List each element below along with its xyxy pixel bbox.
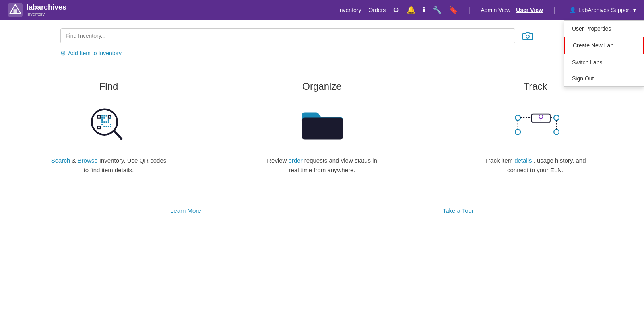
orders-nav-link[interactable]: Orders (368, 7, 386, 13)
svg-rect-28 (110, 126, 111, 127)
track-details-link[interactable]: details (514, 157, 532, 164)
feature-find: Find (2, 73, 215, 183)
bookmark-icon[interactable]: 🔖 (449, 6, 458, 14)
track-desc: Track item details , usage history, and … (475, 156, 596, 175)
search-input[interactable] (60, 28, 515, 43)
wrench-icon[interactable]: 🔧 (433, 6, 442, 14)
svg-rect-15 (103, 117, 105, 119)
take-tour-link[interactable]: Take a Tour (443, 207, 474, 214)
nav-divider-2: | (553, 6, 555, 15)
bottom-links: Learn More Take a Tour (0, 191, 644, 222)
brand-name: labarchives (27, 4, 66, 12)
organize-desc: Review order requests and view status in… (262, 156, 382, 175)
add-item-label: Add Item to Inventory (68, 50, 122, 56)
svg-rect-26 (108, 126, 109, 127)
brand-sub: Inventory (27, 12, 66, 16)
navbar: labarchives Inventory Inventory Orders ⚙… (0, 0, 644, 20)
svg-rect-25 (106, 126, 107, 127)
user-view-link[interactable]: User View (516, 7, 543, 13)
svg-rect-13 (106, 115, 107, 116)
admin-view-link[interactable]: Admin View (481, 7, 510, 13)
organize-text1: Review (267, 157, 288, 164)
info-icon[interactable]: ℹ (423, 6, 425, 14)
nav-view-links: Admin View User View (481, 7, 543, 13)
svg-point-30 (515, 115, 520, 120)
camera-button[interactable] (520, 28, 535, 43)
svg-rect-19 (101, 121, 103, 123)
feature-organize: Organize Review order requests and view … (215, 73, 429, 183)
brand-logo-area[interactable]: labarchives Inventory (8, 3, 66, 17)
nav-divider: | (468, 6, 470, 15)
track-text1: Track item (485, 157, 515, 164)
organize-icon (298, 104, 346, 144)
find-title: Find (99, 81, 118, 92)
bell-icon[interactable]: 🔔 (407, 6, 415, 14)
add-item-link[interactable]: ⊕ Add Item to Inventory (60, 49, 644, 57)
find-icon-area (85, 104, 133, 144)
find-desc: Search & Browse Inventory. Use QR codes … (48, 156, 169, 175)
svg-rect-10 (98, 127, 100, 128)
svg-point-36 (554, 115, 559, 120)
learn-more-link[interactable]: Learn More (170, 207, 201, 214)
add-item-container: ⊕ Add Item to Inventory (0, 49, 644, 57)
camera-icon (522, 31, 533, 40)
svg-line-29 (114, 131, 122, 139)
inventory-nav-link[interactable]: Inventory (338, 7, 361, 13)
organize-order-link[interactable]: order (289, 157, 303, 164)
user-icon: 👤 (569, 7, 576, 13)
user-menu-button[interactable]: 👤 LabArchives Support ▾ (569, 7, 636, 13)
svg-rect-23 (101, 124, 103, 125)
search-container (0, 20, 644, 47)
main-content: Find (0, 57, 644, 191)
dropdown-switch-labs[interactable]: Switch Labs (564, 54, 644, 70)
organize-icon-area (298, 104, 346, 144)
svg-rect-11 (101, 115, 103, 116)
find-and: & (72, 157, 77, 164)
svg-point-3 (526, 35, 529, 38)
navbar-links: Inventory Orders ⚙ 🔔 ℹ 🔧 🔖 | Admin View … (338, 6, 636, 15)
svg-rect-12 (103, 115, 105, 116)
track-icon-area (511, 104, 559, 144)
svg-rect-2 (14, 9, 17, 13)
find-search-link[interactable]: Search (51, 157, 70, 164)
svg-rect-20 (103, 121, 105, 123)
svg-rect-24 (103, 126, 105, 127)
dropdown-create-new-lab[interactable]: Create New Lab (564, 37, 644, 54)
chevron-down-icon: ▾ (633, 7, 636, 13)
dropdown-user-properties[interactable]: User Properties (564, 21, 644, 37)
brand-icon (8, 3, 23, 17)
svg-rect-17 (108, 119, 109, 121)
svg-point-39 (554, 129, 559, 134)
svg-rect-21 (106, 121, 107, 123)
track-icon (511, 104, 559, 144)
track-title: Track (523, 81, 547, 92)
find-icon (85, 104, 133, 144)
dropdown-sign-out[interactable]: Sign Out (564, 70, 644, 86)
plus-circle-icon: ⊕ (60, 49, 66, 57)
find-browse-link[interactable]: Browse (78, 157, 98, 164)
svg-rect-18 (110, 117, 111, 119)
svg-rect-27 (110, 124, 111, 125)
user-dropdown-menu: User Properties Create New Lab Switch La… (564, 20, 644, 87)
user-menu-label: LabArchives Support (578, 7, 631, 13)
svg-point-37 (515, 129, 520, 134)
svg-rect-32 (532, 114, 550, 122)
feature-track: Track Track item (429, 73, 642, 183)
svg-rect-22 (108, 121, 109, 123)
brand-text: labarchives Inventory (27, 4, 66, 16)
organize-title: Organize (302, 81, 341, 92)
svg-rect-14 (101, 117, 103, 119)
svg-rect-16 (101, 119, 103, 121)
settings-icon[interactable]: ⚙ (393, 6, 399, 14)
svg-rect-6 (98, 116, 100, 117)
